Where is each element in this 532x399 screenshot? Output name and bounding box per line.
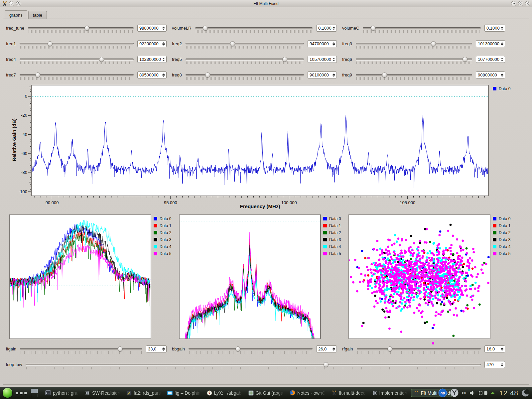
spin-up-icon[interactable] [501,347,503,349]
freq9-slider[interactable] [356,71,472,80]
spin-up-icon[interactable] [162,27,165,28]
close-button[interactable] [525,1,530,6]
spinbox-arrows-icon[interactable] [501,58,503,61]
spin-down-icon[interactable] [162,349,165,351]
spinbox-arrows-icon[interactable] [501,73,503,77]
spin-up-icon[interactable] [332,73,335,75]
spinbox-arrows-icon[interactable] [162,58,165,61]
spin-down-icon[interactable] [332,75,335,77]
freq4-slider-handle[interactable] [99,57,104,62]
freq6-spinbox[interactable]: 107700000 [476,56,505,63]
taskbar-item-git-gui-abga[interactable]: Git Gui (abga [246,389,286,397]
spinbox-arrows-icon[interactable] [162,73,165,77]
tray-expand-arrow-icon[interactable] [491,392,495,394]
titlebar[interactable]: Fft Multi Fixed [0,0,532,7]
spin-down-icon[interactable] [332,29,335,30]
spinbox-arrows-icon[interactable] [501,363,503,366]
spin-up-icon[interactable] [501,42,503,44]
spin-up-icon[interactable] [332,347,335,349]
freq8-spinbox[interactable]: 90100000 [308,71,337,78]
freq3-spinbox[interactable]: 101300000 [476,40,505,47]
launcher-dot-icon[interactable] [16,392,18,394]
spin-up-icon[interactable] [162,42,165,44]
ifgain-slider[interactable] [20,345,142,354]
freq1-spinbox[interactable]: 92200000 [137,40,167,47]
ifgain-slider-handle[interactable] [118,346,123,351]
scissors-icon[interactable]: ✂ [462,390,466,396]
launcher-dot-icon[interactable] [24,392,27,394]
spinbox-arrows-icon[interactable] [332,73,335,77]
freq5-slider[interactable] [186,56,304,65]
launcher-dot-icon[interactable] [20,392,23,394]
spin-down-icon[interactable] [501,349,503,351]
taskbar-item-python-gnu[interactable]: python : gnu [43,389,81,397]
freq1-slider[interactable] [20,40,134,49]
spin-down-icon[interactable] [501,75,503,77]
spin-up-icon[interactable] [332,42,335,44]
taskbar-item-notes-ownc[interactable]: Notes - ownC [287,389,328,397]
start-menu-button[interactable] [3,388,12,398]
spin-down-icon[interactable] [332,60,335,61]
clock[interactable]: 12:48 [499,389,518,397]
spinbox-arrows-icon[interactable] [332,27,335,30]
loop_bw-slider[interactable] [26,361,481,370]
spin-down-icon[interactable] [332,44,335,46]
freq8-slider-handle[interactable] [205,72,210,77]
spinbox-arrows-icon[interactable] [332,42,335,46]
volumeLR-slider[interactable] [195,25,313,33]
freq5-slider-handle[interactable] [282,57,287,62]
spin-down-icon[interactable] [501,60,503,61]
bbgain-slider-handle[interactable] [235,346,240,351]
freq6-slider[interactable] [356,56,472,65]
spin-up-icon[interactable] [162,347,165,349]
keyboard-icon[interactable] [479,390,488,396]
spin-down-icon[interactable] [162,44,165,46]
taskbar-item-lyx-abgabe[interactable]: XLyX: ~/abgabe [204,389,245,397]
freq_tune-slider[interactable] [28,25,134,33]
bbgain-slider[interactable] [189,345,313,354]
spin-down-icon[interactable] [162,60,165,61]
freq7-slider[interactable] [20,71,134,80]
spinbox-arrows-icon[interactable] [332,347,335,351]
spinbox-arrows-icon[interactable] [162,347,165,351]
bbgain-spinbox[interactable]: 26,0 [316,345,337,352]
taskbar-item-fa2-rds-pars[interactable]: fa2: rds_pars [124,389,164,397]
spin-up-icon[interactable] [501,58,503,59]
freq5-spinbox[interactable]: 105700000 [308,56,337,63]
spin-up-icon[interactable] [162,58,165,59]
freq_tune-slider-handle[interactable] [84,26,89,31]
freq6-slider-handle[interactable] [463,57,467,62]
y-orb-icon[interactable] [450,389,459,397]
freq2-slider[interactable] [186,40,304,49]
volumeC-spinbox[interactable]: 0,1000 [484,25,505,32]
spin-up-icon[interactable] [162,73,165,75]
freq2-spinbox[interactable]: 94700000 [308,40,337,47]
rfgain-slider-handle[interactable] [387,346,392,351]
rfgain-spinbox[interactable]: 16,0 [484,345,505,352]
spin-down-icon[interactable] [501,365,503,366]
moon-icon[interactable] [521,389,529,397]
spinbox-arrows-icon[interactable] [162,42,165,46]
spin-up-icon[interactable] [501,363,503,364]
desktop-2-icon[interactable] [31,394,38,397]
spin-down-icon[interactable] [501,29,503,30]
tab-table[interactable]: table [28,11,47,19]
virtual-desktop-pager[interactable] [31,389,38,397]
spinbox-arrows-icon[interactable] [501,42,503,46]
spin-down-icon[interactable] [162,75,165,77]
volume-icon[interactable] [469,390,476,396]
taskbar-item-fig-dolphin[interactable]: fig – Dolphin [165,389,203,397]
taskbar-item-sw-realisieru[interactable]: SW-Realisieru [82,389,123,397]
rfgain-slider[interactable] [357,345,481,354]
spin-down-icon[interactable] [162,29,165,30]
ifgain-spinbox[interactable]: 33,0 [146,345,167,352]
loop_bw-spinbox[interactable]: 470 [484,361,505,368]
taskbar-item-fft-multi-deco[interactable]: fft-multi-deco [329,389,368,397]
freq_tune-spinbox[interactable]: 98800000 [137,25,167,32]
freq9-spinbox[interactable]: 90800000 [476,71,505,78]
loop_bw-slider-handle[interactable] [324,362,329,367]
volumeLR-spinbox[interactable]: 0,1000 [316,25,337,32]
volumeC-slider[interactable] [363,25,481,33]
minimize-button[interactable] [511,1,516,6]
window-menu-button[interactable] [9,1,14,6]
